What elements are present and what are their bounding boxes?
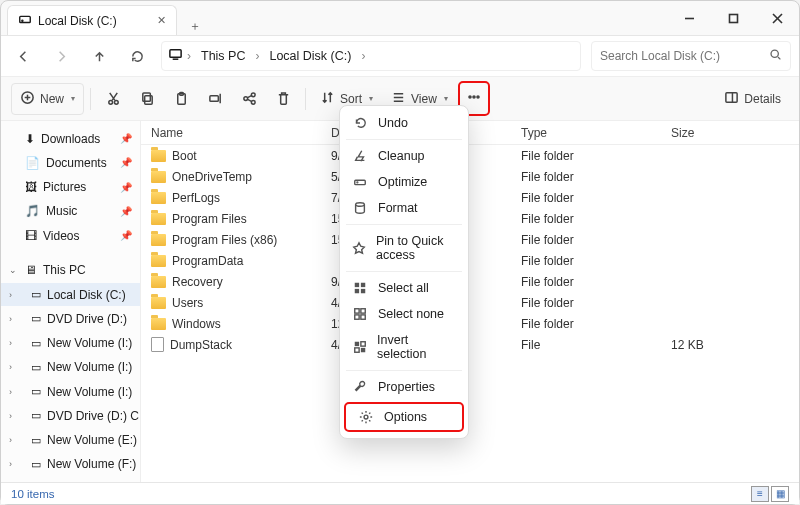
delete-button[interactable] <box>267 85 299 112</box>
menu-properties[interactable]: Properties <box>340 374 468 400</box>
folder-icon: 📄 <box>25 156 40 170</box>
select-all-icon <box>352 281 368 295</box>
search-box[interactable] <box>591 41 791 71</box>
sidebar-drive[interactable]: ›▭DVD Drive (D:) <box>1 307 140 330</box>
pin-icon: 📌 <box>120 182 132 193</box>
svg-line-24 <box>247 96 251 98</box>
table-row[interactable]: Program Files15/…File folder <box>141 208 799 229</box>
table-row[interactable]: Boot9/…File folder <box>141 145 799 166</box>
col-name[interactable]: Name <box>141 126 331 140</box>
maximize-button[interactable] <box>711 1 755 35</box>
svg-rect-0 <box>20 16 31 22</box>
undo-icon <box>352 116 368 130</box>
new-tab-button[interactable]: ＋ <box>181 18 209 35</box>
table-row[interactable]: DumpStack4/…File12 KB <box>141 334 799 355</box>
cut-button[interactable] <box>97 85 129 112</box>
svg-point-31 <box>477 96 479 98</box>
share-button[interactable] <box>233 85 265 112</box>
menu-separator <box>346 224 462 225</box>
refresh-button[interactable] <box>123 42 151 70</box>
chevron-down-icon: ▾ <box>444 94 448 103</box>
col-type[interactable]: Type <box>521 126 671 140</box>
file-content: Name Date modified Type Size Boot9/…File… <box>141 121 799 482</box>
view-details-toggle[interactable]: ≡ <box>751 486 769 502</box>
file-list[interactable]: Boot9/…File folderOneDriveTemp5/…File fo… <box>141 145 799 482</box>
folder-icon <box>151 297 166 309</box>
pin-icon: 📌 <box>120 133 132 144</box>
gear-icon <box>358 410 374 424</box>
table-row[interactable]: Program Files (x86)15/…File folder <box>141 229 799 250</box>
breadcrumb-part[interactable]: Local Disk (C:) <box>263 47 357 65</box>
table-row[interactable]: OneDriveTemp5/…File folder <box>141 166 799 187</box>
titlebar: Local Disk (C:) ✕ ＋ <box>1 1 799 35</box>
svg-point-36 <box>356 203 365 207</box>
sidebar-drive[interactable]: ›▭New Volume (E:) <box>1 428 140 451</box>
details-label: Details <box>744 92 781 106</box>
chevron-right-icon: › <box>9 435 12 445</box>
svg-line-9 <box>778 57 780 59</box>
minimize-button[interactable] <box>667 1 711 35</box>
close-tab-icon[interactable]: ✕ <box>157 14 166 27</box>
search-icon <box>769 48 782 64</box>
paste-button[interactable] <box>165 85 197 112</box>
column-header[interactable]: Name Date modified Type Size <box>141 121 799 145</box>
invert-icon <box>352 340 367 354</box>
tab-active[interactable]: Local Disk (C:) ✕ <box>7 5 177 35</box>
sidebar-drive[interactable]: ›▭New Volume (I:) <box>1 380 140 403</box>
menu-format[interactable]: Format <box>340 195 468 221</box>
forward-button[interactable] <box>47 42 75 70</box>
pin-icon: 📌 <box>120 206 132 217</box>
view-icons-toggle[interactable]: ▦ <box>771 486 789 502</box>
sidebar-item[interactable]: 🎵Music📌 <box>1 200 140 223</box>
table-row[interactable]: ProgramDataFile folder <box>141 250 799 271</box>
folder-icon: ⬇ <box>25 132 35 146</box>
sidebar-drive[interactable]: ›▭New Volume (I:) <box>1 356 140 379</box>
menu-cleanup[interactable]: Cleanup <box>340 143 468 169</box>
table-row[interactable]: Users4/…File folder <box>141 292 799 313</box>
table-row[interactable]: Windows12/…File folder <box>141 313 799 334</box>
plus-circle-icon <box>20 90 35 108</box>
back-button[interactable] <box>9 42 37 70</box>
sidebar-drive[interactable]: ›▭New Volume (F:) <box>1 453 140 476</box>
svg-rect-19 <box>209 96 217 102</box>
folder-icon <box>151 255 166 267</box>
folder-icon <box>151 276 166 288</box>
svg-rect-32 <box>726 92 737 101</box>
up-button[interactable] <box>85 42 113 70</box>
rename-button[interactable] <box>199 85 231 112</box>
svg-rect-43 <box>355 315 359 319</box>
menu-select-all[interactable]: Select all <box>340 275 468 301</box>
folder-icon: 🖼 <box>25 180 37 194</box>
svg-point-13 <box>108 100 112 104</box>
new-button[interactable]: New ▾ <box>11 83 84 115</box>
sidebar-this-pc[interactable]: ⌄🖥This PC <box>1 259 140 282</box>
sidebar-item[interactable]: 🎞Videos📌 <box>1 224 140 247</box>
breadcrumb-part[interactable]: This PC <box>195 47 251 65</box>
sidebar-item[interactable]: 🖼Pictures📌 <box>1 176 140 199</box>
sidebar-drive[interactable]: ›▭New Volume (I:) <box>1 331 140 354</box>
menu-invert-selection[interactable]: Invert selection <box>340 327 468 367</box>
chevron-down-icon: ⌄ <box>9 265 17 275</box>
tab-strip: Local Disk (C:) ✕ ＋ <box>1 1 209 35</box>
menu-undo[interactable]: Undo <box>340 110 468 136</box>
menu-select-none[interactable]: Select none <box>340 301 468 327</box>
details-icon <box>724 90 739 108</box>
close-window-button[interactable] <box>755 1 799 35</box>
sidebar-item[interactable]: ⬇Downloads📌 <box>1 127 140 150</box>
table-row[interactable]: Recovery9/…File folder <box>141 271 799 292</box>
sidebar-item[interactable]: 📄Documents📌 <box>1 151 140 174</box>
details-pane-button[interactable]: Details <box>716 84 789 114</box>
menu-optimize[interactable]: Optimize <box>340 169 468 195</box>
menu-pin-quick-access[interactable]: Pin to Quick access <box>340 228 468 268</box>
menu-options[interactable]: Options <box>346 404 462 430</box>
breadcrumb[interactable]: › This PC › Local Disk (C:) › <box>161 41 581 71</box>
search-input[interactable] <box>600 49 760 63</box>
sidebar-drive[interactable]: ›▭Local Disk (C:) <box>1 283 140 306</box>
copy-button[interactable] <box>131 85 163 112</box>
wrench-icon <box>352 380 368 394</box>
sidebar-drive[interactable]: ›▭DVD Drive (D:) C <box>1 404 140 427</box>
table-row[interactable]: PerfLogs7/…File folder <box>141 187 799 208</box>
drive-icon: ▭ <box>31 361 41 374</box>
svg-point-49 <box>364 415 368 419</box>
col-size[interactable]: Size <box>671 126 751 140</box>
